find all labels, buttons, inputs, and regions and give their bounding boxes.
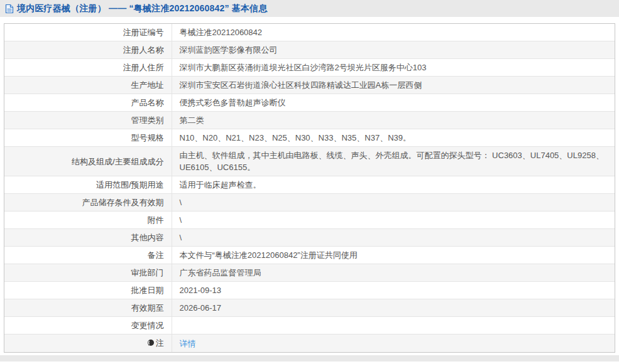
table-row-change-status: 变更情况 [4,317,615,335]
row-value-approval-date: 2021-09-13 [172,282,615,299]
row-value-attachments: \ [172,211,615,229]
row-label-change-status: 变更情况 [4,317,172,335]
row-label-valid-until: 有效期至 [4,299,172,317]
row-label-storage-conditions: 产品储存条件及有效期 [4,194,172,211]
document-icon [5,4,14,14]
row-value-product-name: 便携式彩色多普勒超声诊断仪 [172,94,615,112]
table-row-production-address: 生产地址 深圳市宝安区石岩街道浪心社区科技四路精诚达工业园A栋一层西侧 [4,77,615,94]
row-label-attachments: 附件 [4,211,172,229]
row-value-other-content: \ [172,229,615,247]
row-value-valid-until: 2026-06-17 [172,299,615,317]
table-row-model-spec: 型号规格 N10、N20、N21、N23、N25、N30、N33、N35、N37… [4,129,615,147]
row-value-storage-conditions: \ [172,194,615,211]
table-row-approval-department: 审批部门 广东省药品监督管理局 [4,264,615,282]
row-value-registrant-address: 深圳市大鹏新区葵涌街道坝光社区白沙湾路2号坝光片区服务中心103 [172,59,615,77]
page-header: 境内医疗器械（注册） —— “粤械注准20212060842” 基本信息 [0,0,619,17]
page-title: 境内医疗器械（注册） —— “粤械注准20212060842” 基本信息 [17,3,268,14]
note-label-text: 注 [156,338,164,348]
row-label-other-content: 其他内容 [4,229,172,247]
table-row-registrant-name: 注册人名称 深圳蓝韵医学影像有限公司 [4,41,615,59]
row-value-change-status [172,317,615,335]
registration-info-table: 注册证编号 粤械注准20212060842 注册人名称 深圳蓝韵医学影像有限公司… [4,23,615,353]
row-value-approval-department: 广东省药品监督管理局 [172,264,615,282]
table-row-valid-until: 有效期至 2026-06-17 [4,299,615,317]
table-row-reg-cert-number: 注册证编号 粤械注准20212060842 [4,24,615,41]
table-row-registrant-address: 注册人住所 深圳市大鹏新区葵涌街道坝光社区白沙湾路2号坝光片区服务中心103 [4,59,615,77]
row-label-product-name: 产品名称 [4,94,172,112]
row-label-registrant-name: 注册人名称 [4,41,172,59]
row-label-intended-use: 适用范围/预期用途 [4,176,172,194]
row-label-management-category: 管理类别 [4,112,172,129]
table-row-structure-composition: 结构及组成/主要组成成分 由主机、软件组成，其中主机由电路板、线缆、声头、外壳组… [4,147,615,176]
table-row-attachments: 附件 \ [4,211,615,229]
row-value-structure-composition: 由主机、软件组成，其中主机由电路板、线缆、声头、外壳组成。可配置的探头型号： U… [172,147,615,176]
table-row-approval-date: 批准日期 2021-09-13 [4,282,615,299]
table-row-storage-conditions: 产品储存条件及有效期 \ [4,194,615,211]
row-value-registrant-name: 深圳蓝韵医学影像有限公司 [172,41,615,59]
page-footer-band [0,355,619,361]
row-label-production-address: 生产地址 [4,77,172,94]
row-value-reg-cert-number: 粤械注准20212060842 [172,24,615,41]
table-row-note: 注 详情 [4,335,615,353]
row-label-model-spec: 型号规格 [4,129,172,147]
row-value-production-address: 深圳市宝安区石岩街道浪心社区科技四路精诚达工业园A栋一层西侧 [172,77,615,94]
table-row-other-content: 其他内容 \ [4,229,615,247]
note-bulb-icon [147,338,155,350]
row-value-remarks: 本文件与“粤械注准20212060842”注册证共同使用 [172,247,615,264]
table-row-remarks: 备注 本文件与“粤械注准20212060842”注册证共同使用 [4,247,615,264]
row-value-management-category: 第二类 [172,112,615,129]
table-row-intended-use: 适用范围/预期用途 适用于临床超声检查。 [4,176,615,194]
table-row-management-category: 管理类别 第二类 [4,112,615,129]
table-row-product-name: 产品名称 便携式彩色多普勒超声诊断仪 [4,94,615,112]
row-label-reg-cert-number: 注册证编号 [4,24,172,41]
row-label-approval-date: 批准日期 [4,282,172,299]
row-value-model-spec: N10、N20、N21、N23、N25、N30、N33、N35、N37、N39。 [172,129,615,147]
row-label-structure-composition: 结构及组成/主要组成成分 [4,147,172,176]
row-label-approval-department: 审批部门 [4,264,172,282]
row-label-note: 注 [4,335,172,353]
row-label-registrant-address: 注册人住所 [4,59,172,77]
row-value-intended-use: 适用于临床超声检查。 [172,176,615,194]
details-link[interactable]: 详情 [180,339,196,348]
row-label-remarks: 备注 [4,247,172,264]
